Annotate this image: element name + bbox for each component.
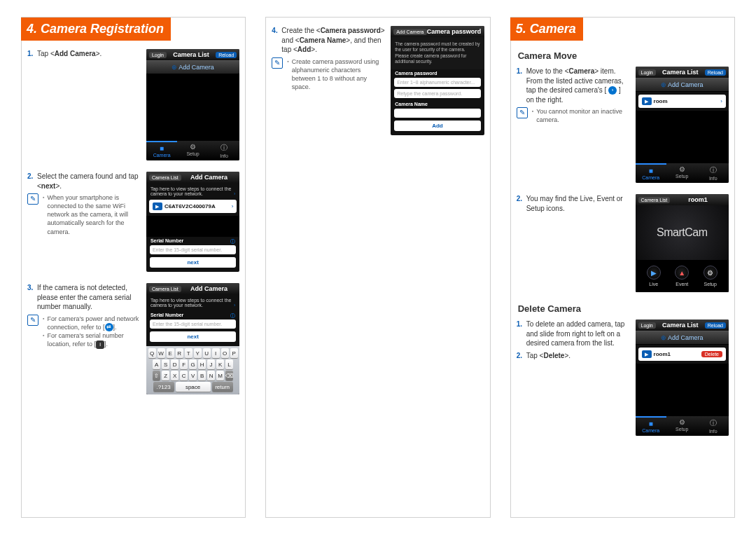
screenshot-add-camera-keyboard: Camera ListAdd Camera Tap here to view s…: [146, 283, 239, 394]
delete-button[interactable]: Delete: [701, 351, 722, 357]
move-step-1: 1. Move to the <Camera> item. From the l…: [517, 67, 630, 104]
section-4-header: 4. Camera Registration: [21, 18, 171, 41]
info-ref-icon: i: [96, 341, 104, 349]
move-step-2: 2. You may find the Live, Event or Setup…: [517, 194, 630, 213]
step-1: 1. Tap <Add Camera>.: [27, 49, 141, 59]
note-icon: ✎: [517, 107, 528, 118]
camera-icon: ■: [636, 167, 666, 174]
screenshot-delete-camera: LoginCamera ListReload Add Camera ▶room1…: [636, 319, 729, 436]
live-icon: ▶: [647, 266, 661, 280]
camera-icon: ■: [636, 420, 666, 427]
note-icon: ✎: [272, 57, 283, 69]
screenshot-add-camera-found: Camera ListAdd Camera Tap here to view s…: [146, 172, 239, 272]
camera-icon: ■: [146, 144, 177, 152]
column-camera: 5. Camera Camera Move 1. Move to the <Ca…: [510, 17, 735, 518]
column-registration-1: 4. Camera Registration 1. Tap <Add Camer…: [21, 17, 246, 518]
screenshot-smartcam: Camera Listroom1 SmartCam ▶Live ▲Event ⚙…: [636, 194, 729, 292]
gear-icon: ⚙: [666, 418, 697, 426]
manual-page: 4. Camera Registration 1. Tap <Add Camer…: [0, 0, 756, 535]
delete-camera-heading: Delete Camera: [518, 303, 734, 314]
delete-step-1: 1. To delete an added camera, tap and sl…: [517, 319, 630, 348]
column-registration-2: 4. Create the <Camera password> and <Cam…: [265, 17, 490, 518]
gear-icon: ⚙: [177, 143, 208, 151]
gear-icon: ⚙: [666, 165, 697, 173]
info-icon: ⓘ: [698, 418, 729, 428]
camera-move-heading: Camera Move: [518, 50, 734, 61]
step-4: 4. Create the <Camera password> and <Cam…: [272, 26, 385, 55]
screenshot-camera-list-room: LoginCamera ListReload Add Camera ▶room›…: [636, 67, 729, 183]
note-icon: ✎: [27, 193, 38, 205]
chevron-right-icon: ›: [608, 86, 617, 95]
power-ref-icon: ⇄: [105, 323, 113, 331]
info-icon: ⓘ: [698, 165, 729, 175]
screenshot-camera-list: LoginCamera ListReload Add Camera ■Camer…: [146, 49, 239, 160]
keyboard: QWERTYUIOP ASDFGHJKL ⇧ZXCVBNM⌫ .?123spac…: [146, 346, 239, 394]
setup-icon: ⚙: [704, 266, 718, 280]
smartcam-logo: SmartCam: [636, 205, 729, 260]
event-icon: ▲: [675, 266, 689, 280]
step-2: 2. Select the camera found and tap <next…: [27, 172, 141, 191]
note-icon: ✎: [27, 315, 38, 326]
info-icon: ⓘ: [209, 143, 239, 153]
delete-step-2: 2. Tap <Delete>.: [517, 351, 630, 361]
section-5-header: 5. Camera: [510, 18, 583, 41]
screenshot-camera-password: Add CameraCamera password The camera pas…: [391, 26, 484, 135]
step-3: 3. If the camera is not detected, please…: [27, 283, 141, 312]
